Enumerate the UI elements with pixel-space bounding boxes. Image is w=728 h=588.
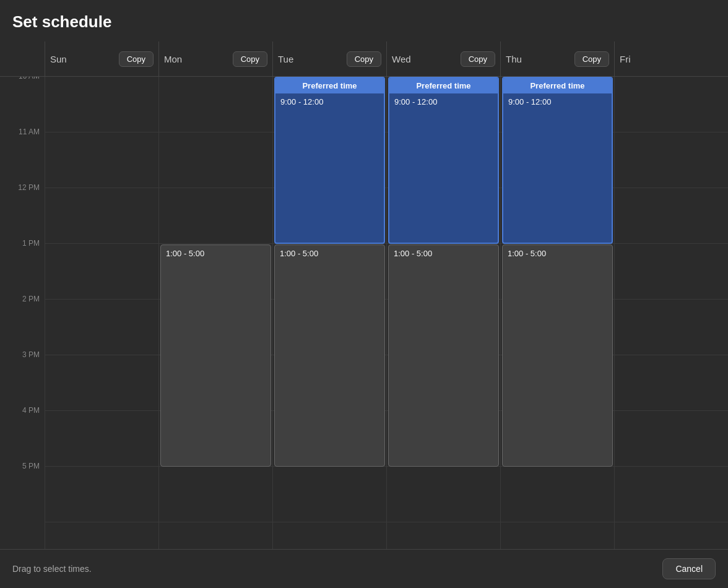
mon-hour-12[interactable] bbox=[159, 188, 272, 244]
fri-hour-10[interactable] bbox=[615, 77, 728, 132]
time-gutter bbox=[0, 41, 45, 76]
time-label-4pm: 4 PM bbox=[0, 406, 45, 462]
drag-hint: Drag to select times. bbox=[12, 564, 92, 574]
thu-hour-5[interactable] bbox=[501, 467, 614, 522]
wed-hour-5[interactable] bbox=[387, 467, 500, 522]
header-day-columns: Sun Copy Mon Copy Tue Copy bbox=[45, 41, 728, 76]
time-label-10am: 10 AM bbox=[0, 77, 45, 128]
time-label-1pm: 1 PM bbox=[0, 239, 45, 295]
day-col-fri: Fri bbox=[614, 41, 728, 76]
time-label-3pm: 3 PM bbox=[0, 350, 45, 406]
wed-preferred-block[interactable]: Preferred time 9:00 - 12:00 bbox=[388, 77, 499, 244]
sun-hour-11[interactable] bbox=[45, 132, 158, 188]
day-col-thu: Thu Copy bbox=[500, 41, 614, 76]
fri-hour-3[interactable] bbox=[615, 355, 728, 411]
page-title: Set schedule bbox=[0, 12, 728, 41]
thu-preferred-label: Preferred time bbox=[503, 78, 612, 93]
day-col-mon: Mon Copy bbox=[158, 41, 272, 76]
thu-preferred-block[interactable]: Preferred time 9:00 - 12:00 bbox=[502, 77, 613, 244]
tue-preferred-label: Preferred time bbox=[275, 78, 384, 93]
footer: Drag to select times. Cancel bbox=[0, 549, 728, 588]
sun-hour-2[interactable] bbox=[45, 300, 158, 355]
mon-hour-11[interactable] bbox=[159, 132, 272, 188]
copy-button-tue[interactable]: Copy bbox=[347, 51, 381, 67]
sun-hour-10[interactable] bbox=[45, 77, 158, 132]
thu-afternoon-time: 1:00 - 5:00 bbox=[503, 245, 612, 262]
time-label-5pm: 5 PM bbox=[0, 462, 45, 517]
day-header-mon: Mon Copy bbox=[159, 41, 272, 76]
time-column: 10 AM 11 AM 12 PM 1 PM 2 PM 3 PM 4 PM 5 … bbox=[0, 77, 45, 549]
fri-hour-2[interactable] bbox=[615, 300, 728, 355]
grid-col-wed[interactable]: Preferred time 9:00 - 12:00 1:00 - 5:00 bbox=[386, 77, 500, 549]
time-label-11am: 11 AM bbox=[0, 128, 45, 183]
day-header-wed: Wed Copy bbox=[387, 41, 500, 76]
tue-afternoon-time: 1:00 - 5:00 bbox=[275, 245, 384, 262]
grid-col-sun[interactable] bbox=[45, 77, 158, 549]
mon-hour-5[interactable] bbox=[159, 467, 272, 522]
day-header-thu: Thu Copy bbox=[501, 41, 614, 76]
fri-hour-12[interactable] bbox=[615, 188, 728, 244]
tue-preferred-time: 9:00 - 12:00 bbox=[275, 93, 384, 110]
sun-hour-4[interactable] bbox=[45, 411, 158, 467]
mon-hour-10[interactable] bbox=[159, 77, 272, 132]
day-col-sun: Sun Copy bbox=[45, 41, 158, 76]
wed-afternoon-time: 1:00 - 5:00 bbox=[389, 245, 498, 262]
day-header-tue: Tue Copy bbox=[273, 41, 386, 76]
wed-preferred-time: 9:00 - 12:00 bbox=[389, 93, 498, 110]
time-label-2pm: 2 PM bbox=[0, 295, 45, 350]
mon-afternoon-block[interactable]: 1:00 - 5:00 bbox=[160, 244, 271, 467]
day-grid-columns: 1:00 - 5:00 Preferred time bbox=[45, 77, 728, 549]
fri-hour-5[interactable] bbox=[615, 467, 728, 522]
schedule-container: Sun Copy Mon Copy Tue Copy bbox=[0, 41, 728, 549]
fri-hour-11[interactable] bbox=[615, 132, 728, 188]
copy-button-thu[interactable]: Copy bbox=[574, 51, 609, 67]
day-name-mon: Mon bbox=[164, 54, 182, 64]
day-name-sun: Sun bbox=[50, 54, 67, 64]
header-row: Sun Copy Mon Copy Tue Copy bbox=[0, 41, 728, 77]
grid-col-fri[interactable] bbox=[614, 77, 728, 549]
wed-preferred-label: Preferred time bbox=[389, 78, 498, 93]
fri-hour-1[interactable] bbox=[615, 244, 728, 300]
mon-afternoon-time: 1:00 - 5:00 bbox=[161, 245, 271, 262]
grid-col-tue[interactable]: Preferred time 9:00 - 12:00 1:00 - 5:00 bbox=[272, 77, 386, 549]
copy-button-wed[interactable]: Copy bbox=[461, 51, 495, 67]
thu-afternoon-block[interactable]: 1:00 - 5:00 bbox=[502, 244, 613, 467]
sun-hour-5[interactable] bbox=[45, 467, 158, 522]
day-name-thu: Thu bbox=[506, 54, 522, 64]
tue-afternoon-block[interactable]: 1:00 - 5:00 bbox=[274, 244, 385, 467]
wed-afternoon-block[interactable]: 1:00 - 5:00 bbox=[388, 244, 499, 467]
day-col-tue: Tue Copy bbox=[272, 41, 386, 76]
grid-col-thu[interactable]: Preferred time 9:00 - 12:00 1:00 - 5:00 bbox=[500, 77, 614, 549]
sun-hour-1[interactable] bbox=[45, 244, 158, 300]
day-name-fri: Fri bbox=[620, 54, 631, 64]
day-header-fri: Fri bbox=[615, 41, 728, 76]
day-name-tue: Tue bbox=[278, 54, 293, 64]
grid-body: 10 AM 11 AM 12 PM 1 PM 2 PM 3 PM 4 PM 5 … bbox=[0, 77, 728, 549]
cancel-button[interactable]: Cancel bbox=[662, 558, 716, 579]
tue-hour-5[interactable] bbox=[273, 467, 386, 522]
day-header-sun: Sun Copy bbox=[45, 41, 158, 76]
fri-hour-4[interactable] bbox=[615, 411, 728, 467]
copy-button-mon[interactable]: Copy bbox=[233, 51, 267, 67]
grid-col-mon[interactable]: 1:00 - 5:00 bbox=[158, 77, 272, 549]
sun-hour-3[interactable] bbox=[45, 355, 158, 411]
time-label-12pm: 12 PM bbox=[0, 183, 45, 239]
copy-button-sun[interactable]: Copy bbox=[119, 51, 154, 67]
tue-preferred-block[interactable]: Preferred time 9:00 - 12:00 bbox=[274, 77, 385, 244]
sun-hour-12[interactable] bbox=[45, 188, 158, 244]
day-name-wed: Wed bbox=[392, 54, 411, 64]
day-col-wed: Wed Copy bbox=[386, 41, 500, 76]
thu-preferred-time: 9:00 - 12:00 bbox=[503, 93, 612, 110]
